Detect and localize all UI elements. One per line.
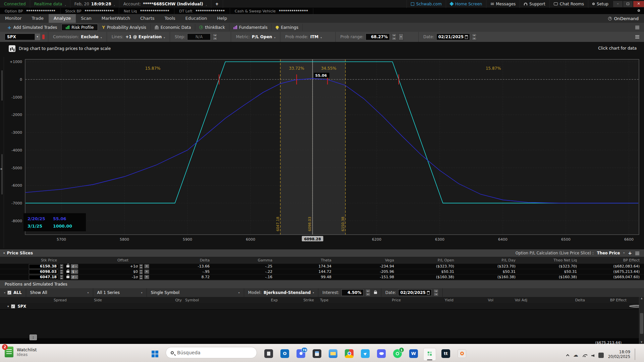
date-stepper[interactable]: ▴▾ [472, 34, 477, 40]
step-stepper[interactable]: ▴▾ [213, 34, 217, 40]
subtab-fundamentals[interactable]: Fundamentals [229, 24, 272, 31]
onedrive-icon[interactable]: ☁ [573, 352, 578, 358]
stepper-control[interactable]: ▴▾ [139, 275, 143, 279]
analysis-date-control[interactable]: Date: 02/21/2025 ▴▾ [418, 32, 481, 42]
symbol-mode-dropdown[interactable]: Single Symbol▾ [147, 288, 244, 297]
telegram-icon[interactable]: ▶ [361, 349, 370, 358]
schwab-link[interactable]: Schwab.com [407, 0, 446, 8]
calculator-icon[interactable] [313, 349, 321, 358]
prob-range-input[interactable]: 68.27% [366, 34, 390, 40]
menu-tab-education[interactable]: Education [180, 14, 212, 23]
model-dropdown[interactable]: Model:Bjerksund-Stensland▾ [244, 288, 319, 297]
positions-scrollbar[interactable]: ▲ ▼ [639, 297, 644, 344]
stepper-control[interactable]: ▴▾ [60, 269, 63, 274]
dropdown-icon[interactable]: ▾ [144, 275, 149, 279]
all-checkbox[interactable]: ✓ [7, 291, 11, 295]
scrollbar-thumb[interactable] [640, 313, 643, 334]
collapse-caret-icon[interactable]: ▾ [3, 251, 5, 255]
series-dropdown[interactable]: All 1 Series▾ [93, 288, 147, 297]
slice-price-input[interactable]: 6098.03 [29, 269, 58, 274]
jupyter-icon[interactable] [458, 349, 466, 358]
support-button[interactable]: Support [520, 0, 549, 8]
dropdown-icon[interactable]: ▾ [144, 264, 149, 268]
commission-control[interactable]: Commission:Exclude▾ [48, 32, 107, 42]
account-selector[interactable]: Account:*****668SCHW (Individual), [119, 0, 211, 8]
start-button[interactable] [152, 351, 158, 357]
home-screen-link[interactable]: Home Screen [446, 0, 486, 8]
subtab-thinkback[interactable]: thinkBack [195, 24, 229, 31]
lock-icon[interactable] [66, 265, 69, 267]
step-input[interactable]: N/A [187, 34, 211, 40]
positions-date-input[interactable]: 02/20/2025 [398, 289, 432, 296]
positions-group-row[interactable]: ▾ ✓ SPX [0, 303, 644, 310]
interest-control[interactable]: Interest: 4.50% ▴▾ [318, 288, 381, 297]
menu-tab-scan[interactable]: Scan [76, 14, 97, 23]
menu-tab-monitor[interactable]: Monitor [0, 14, 26, 23]
minimize-button[interactable]: – [613, 1, 623, 7]
tray-expand-icon[interactable] [566, 354, 569, 357]
group-checkbox[interactable]: ✓ [11, 304, 15, 308]
setup-button[interactable]: Setup [588, 0, 612, 8]
menu-tab-charts[interactable]: Charts [135, 14, 160, 23]
pl-calc-value[interactable]: Theo Price [597, 251, 620, 255]
outlook-icon[interactable]: O [280, 349, 289, 358]
discord-icon[interactable] [377, 349, 386, 358]
maximize-button[interactable] [623, 1, 633, 7]
subtabs-menu-icon[interactable] [635, 26, 639, 26]
watchlist-widget[interactable]: 2 WatchlistIdeas [5, 347, 37, 357]
lock-icon[interactable] [66, 270, 69, 273]
add-price-slice-button[interactable]: + [628, 250, 632, 256]
lock-icon[interactable] [374, 292, 377, 294]
chrome-icon[interactable] [345, 349, 354, 358]
stepper-control[interactable]: ▴▾ [139, 269, 143, 274]
balances-gear-icon[interactable] [638, 9, 640, 12]
tray-clock[interactable]: 18:0920/02/2025 [608, 350, 630, 359]
volume-icon[interactable] [591, 354, 594, 357]
menu-tab-tools[interactable]: Tools [160, 14, 180, 23]
lock-icon[interactable] [66, 276, 69, 278]
stepper-control[interactable]: ▴▾ [139, 264, 143, 268]
interest-stepper[interactable]: ▴▾ [366, 289, 370, 296]
row-stepper-overlay[interactable]: ▴▾ [30, 335, 37, 340]
positions-all-toggle[interactable]: ▾ ✓ ALL [0, 288, 26, 297]
add-account-tab-button[interactable]: + [211, 0, 223, 8]
tt-app-icon[interactable]: tt [441, 349, 450, 358]
ondemand-button[interactable]: OnDemand [608, 16, 644, 21]
step-control[interactable]: Step: N/A ▴▾ [170, 32, 222, 42]
wifi-icon[interactable] [583, 354, 587, 357]
whatsapp-icon[interactable]: 1 [393, 349, 402, 358]
subtab-probability-analysis[interactable]: YProbability Analysis [98, 24, 150, 31]
close-button[interactable]: × [633, 1, 644, 7]
slices-menu-icon[interactable] [635, 252, 639, 252]
thinkorswim-icon[interactable] [425, 349, 434, 358]
word-icon[interactable]: W [409, 349, 418, 358]
chat-rooms-button[interactable]: Chat Rooms [549, 0, 588, 8]
slice-mode-button[interactable]: σ › [71, 275, 78, 279]
subtab-earnings[interactable]: Earnings [272, 24, 303, 31]
prob-range-control[interactable]: Prob range: 68.27% ▴▾ ▾ [335, 32, 408, 42]
positions-date-control[interactable]: Date: 02/20/2025 ▴▾ [381, 288, 443, 297]
tray-app-icon[interactable] [598, 353, 604, 358]
stepper-control[interactable]: ▴▾ [60, 275, 63, 279]
interest-input[interactable]: 4.50% [341, 289, 364, 296]
chart-left-splitter[interactable]: ▶ [0, 57, 4, 248]
menu-tab-analyze[interactable]: Analyze [49, 14, 76, 23]
search-input[interactable]: Búsqueda [166, 347, 257, 358]
slice-price-input[interactable]: 6150.38 [29, 264, 58, 269]
menu-tab-marketwatch[interactable]: MarketWatch [97, 14, 135, 23]
slice-price-input[interactable]: 6047.18 [29, 275, 58, 280]
subtab-risk-profile[interactable]: Risk Profile [61, 24, 98, 31]
menu-tab-trade[interactable]: Trade [26, 14, 49, 23]
prob-range-stepper[interactable]: ▴▾ [392, 34, 396, 40]
metric-control[interactable]: Metric:P/L Open▾ [231, 32, 280, 42]
subtab-economic-data[interactable]: Economic Data [151, 24, 196, 31]
slice-mode-button[interactable]: $ › [71, 269, 78, 274]
positions-date-stepper[interactable]: ▴▾ [434, 289, 438, 296]
snipping-tool-icon[interactable] [264, 349, 273, 358]
show-desktop-button[interactable] [635, 349, 635, 360]
slice-mode-button[interactable]: σ › [71, 264, 78, 268]
messages-button[interactable]: ✉ Messages [486, 0, 520, 8]
teams-icon[interactable]: 78 [297, 349, 305, 358]
dropdown-icon[interactable]: ▾ [144, 269, 149, 274]
lines-control[interactable]: Lines:+1 @ Expiration▾ [107, 32, 170, 42]
